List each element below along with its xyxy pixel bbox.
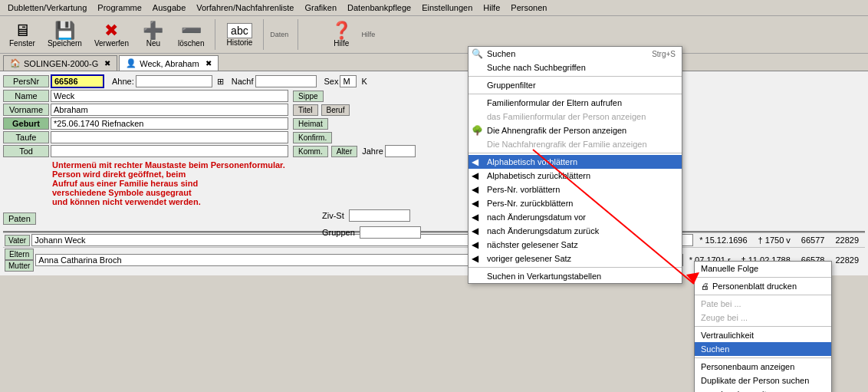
- submenu-verschmelzen[interactable]: verschmelzen mit ...: [695, 387, 831, 392]
- vorname-input[interactable]: [51, 104, 288, 116]
- vater-label[interactable]: Vater: [5, 235, 30, 246]
- sippe-btn[interactable]: Sippe: [293, 91, 324, 102]
- menu-gruppenfilter[interactable]: Gruppenfilter: [469, 78, 682, 92]
- toolbar-verwerfen-btn[interactable]: ✖ Verwerfen: [90, 21, 133, 49]
- menu-hilfe[interactable]: Hilfe: [478, 2, 505, 14]
- menu-gruppenfilter-label: Gruppenfilter: [487, 81, 536, 90]
- menu-datenbankpflege[interactable]: Datenbankpflege: [343, 2, 416, 14]
- tab-close-icon[interactable]: ✖: [104, 59, 110, 68]
- menu-ausgabe[interactable]: Ausgabe: [148, 2, 190, 14]
- tab-solingen[interactable]: 🏠 SOLINGEN-2000-G ✖: [3, 55, 117, 71]
- eltern-label[interactable]: Eltern: [5, 249, 34, 260]
- toolbar: 🖥 Fenster 💾 Speichern ✖ Verwerfen ➕ Neu …: [0, 16, 868, 54]
- submenu-vertraulichkeit[interactable]: Vertraulichkeit: [695, 328, 831, 342]
- toolbar-neu-btn[interactable]: ➕ Neu: [136, 21, 170, 49]
- persno-input[interactable]: [51, 74, 104, 88]
- menu-suchen-verkartung[interactable]: Suchen in Verkartungstabellen: [469, 269, 682, 283]
- menu-suchen[interactable]: 🔍 Suchen Strg+S: [469, 47, 682, 61]
- menu-naechster-satz[interactable]: ◀ nächster gelesener Satz: [469, 238, 682, 252]
- name-input[interactable]: [51, 90, 288, 102]
- sex-input[interactable]: [340, 75, 357, 87]
- taufe-row: Taufe Konfirm.: [3, 131, 865, 143]
- menu-grafiken[interactable]: Grafiken: [300, 2, 341, 14]
- submenu-suchen[interactable]: Suchen: [695, 342, 831, 356]
- neu-icon: ➕: [143, 22, 163, 39]
- red-text-line1: Untermenü mit rechter Maustaste beim Per…: [52, 160, 865, 170]
- submenu-zeuge-bei: Zeuge bei ...: [695, 311, 831, 324]
- konfirm-btn[interactable]: Konfirm.: [293, 132, 332, 143]
- speichern-icon: 💾: [54, 22, 75, 39]
- paten-btn[interactable]: Paten: [3, 212, 36, 225]
- hilfe-section: Hilfe: [361, 31, 375, 38]
- menu-aenderdatum-zurueck[interactable]: ◀ nach Änderungsdatum zurück: [469, 224, 682, 238]
- menu-voriger-satz[interactable]: ◀ voriger gelesener Satz: [469, 252, 682, 265]
- arrow-left-icon-8: ◀: [472, 253, 478, 264]
- toolbar-hilfe-btn[interactable]: ❓ Hilfe: [324, 21, 358, 49]
- toolbar-fenster-btn[interactable]: 🖥 Fenster: [5, 21, 40, 49]
- tod-row: Tod Komm. Alter Jahre: [3, 145, 865, 157]
- submenu-personenbaum[interactable]: Personenbaum anzeigen: [695, 360, 831, 374]
- mutter-label[interactable]: Mutter: [5, 260, 34, 272]
- paten-row: Paten: [3, 212, 865, 225]
- menu-alpha-vor[interactable]: ◀ Alphabetisch vorblättern: [469, 155, 682, 169]
- submenu-zeuge-bei-label: Zeuge bei ...: [701, 313, 748, 322]
- vater-id1: 66577: [797, 235, 830, 245]
- nachf-label: Nachf: [232, 77, 254, 86]
- menu-persnr-zurueck[interactable]: ◀ Pers-Nr. zurückblättern: [469, 196, 682, 210]
- gruppen-input[interactable]: [360, 226, 421, 239]
- submenu-personenblatt[interactable]: 🖨 Personenblatt drucken: [695, 279, 831, 293]
- menu-aenderdatum-vor[interactable]: ◀ nach Änderungsdatum vor: [469, 210, 682, 224]
- menu-alpha-zurueck[interactable]: ◀ Alphabetisch zurückblättern: [469, 169, 682, 183]
- menu-suche-suchbegriffe[interactable]: Suche nach Suchbegriffen: [469, 61, 682, 74]
- komm-btn[interactable]: Komm.: [293, 146, 328, 157]
- beruf-btn[interactable]: Beruf: [321, 104, 350, 116]
- ahne-label: Ahne:: [112, 77, 134, 86]
- menu-voriger-satz-label: voriger gelesener Satz: [487, 254, 571, 263]
- menu-persnr-vor[interactable]: ◀ Pers-Nr. vorblättern: [469, 183, 682, 196]
- printer-icon: 🖨: [701, 282, 709, 291]
- menu-familienformular-eltern[interactable]: Familienformular der Eltern aufrufen: [469, 96, 682, 110]
- matrix-icon[interactable]: ⊞: [217, 77, 224, 87]
- separator-2: [469, 94, 682, 94]
- form-area: PersNr Ahne: ⊞ Nachf Sex K Name Sippe Vo…: [0, 71, 868, 275]
- menu-programme[interactable]: Programme: [93, 2, 146, 14]
- tod-input[interactable]: [51, 145, 288, 157]
- alter-btn[interactable]: Alter: [331, 146, 358, 157]
- red-text-line6: und können nicht verwendet werden.: [52, 197, 865, 206]
- tab-weck-close-icon[interactable]: ✖: [205, 59, 212, 68]
- taufe-input[interactable]: [51, 131, 288, 143]
- historie-icon: abc: [227, 23, 252, 38]
- submenu-manuelle-folge[interactable]: Manuelle Folge: [695, 262, 831, 275]
- red-text-line4: Aufruf aus einer Familie heraus sind: [52, 179, 865, 188]
- menu-einstellungen[interactable]: Einstellungen: [417, 2, 477, 14]
- jahre-input[interactable]: [385, 145, 416, 157]
- persno-row: PersNr Ahne: ⊞ Nachf Sex K: [3, 74, 865, 88]
- ziv-st-input[interactable]: [349, 209, 410, 222]
- arrow-left-icon-6: ◀: [472, 226, 478, 236]
- menubar: Dubletten/Verkartung Programme Ausgabe V…: [0, 0, 868, 16]
- tab-weck[interactable]: 👤 Weck, Abraham ✖: [119, 55, 218, 71]
- menu-persnr-vor-label: Pers-Nr. vorblättern: [487, 185, 560, 194]
- menu-naechster-satz-label: nächster gelesener Satz: [487, 240, 578, 249]
- titel-btn[interactable]: Titel: [293, 104, 318, 116]
- nachf-input[interactable]: [255, 75, 317, 87]
- menu-nachfahrengrafik: Die Nachfahrengrafik der Familie anzeige…: [469, 137, 682, 151]
- sex-label: Sex: [324, 77, 339, 86]
- menu-vorfahren[interactable]: Vorfahren/Nachfahrenliste: [192, 2, 298, 14]
- heimat-btn[interactable]: Heimat: [293, 118, 328, 130]
- toolbar-loeschen-label: löschen: [178, 39, 204, 48]
- verwerfen-icon: ✖: [104, 22, 118, 39]
- menu-persnr-zurueck-label: Pers-Nr. zurückblättern: [487, 199, 573, 208]
- ahne-input[interactable]: [136, 75, 212, 87]
- menu-personen[interactable]: Personen: [506, 2, 551, 14]
- toolbar-loeschen-btn[interactable]: ➖ löschen: [173, 21, 209, 49]
- gruppen-row: Gruppen: [322, 226, 421, 239]
- toolbar-historie-btn[interactable]: abc Historie: [222, 21, 257, 48]
- menu-dubletten[interactable]: Dubletten/Verkartung: [3, 2, 91, 14]
- submenu-duplikate[interactable]: Duplikate der Person suchen: [695, 374, 831, 387]
- toolbar-speichern-btn[interactable]: 💾 Speichern: [43, 21, 87, 49]
- persno-label: PersNr: [3, 75, 49, 87]
- geburt-input[interactable]: [51, 117, 288, 130]
- ziv-st-label: Ziv-St: [322, 211, 344, 220]
- menu-ahnengrafik[interactable]: 🌳 Die Ahnengrafik der Person anzeigen: [469, 124, 682, 137]
